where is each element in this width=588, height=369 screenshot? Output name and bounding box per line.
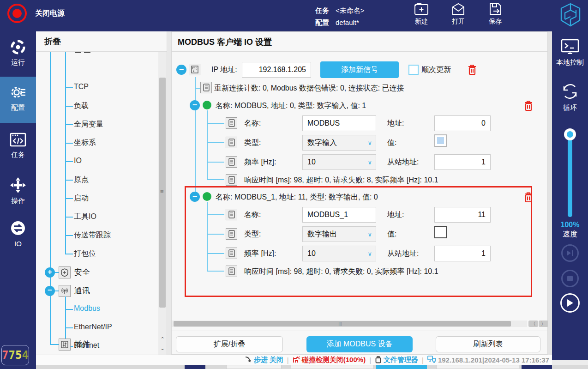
open-label: 打开 — [444, 18, 472, 26]
type-select[interactable]: 数字输入∨ — [302, 135, 376, 151]
horizontal-scrollbar-thumb[interactable] — [174, 321, 511, 327]
collapse-node-signal-2[interactable]: − — [190, 192, 200, 202]
tree-scrollbar-thumb[interactable] — [159, 78, 166, 308]
clipped-block — [185, 365, 205, 369]
doc-icon — [226, 156, 237, 168]
new-label: 新建 — [408, 18, 435, 26]
usb-drive-icon — [375, 356, 382, 365]
shield-icon — [59, 266, 71, 278]
scroll-right-icon[interactable]: 〉 — [539, 321, 548, 327]
frequency-select[interactable]: 10∨ — [302, 246, 376, 261]
speed-slider-track[interactable] — [568, 134, 572, 217]
add-signal-button[interactable]: 添加新信号 — [320, 61, 399, 78]
slave-address-input[interactable] — [434, 154, 491, 170]
scroll-left-icon[interactable]: 〈 — [528, 321, 538, 327]
tree-item-payload[interactable]: 负载 — [74, 101, 89, 111]
collision-status[interactable]: 碰撞检测关闭(100%) — [293, 356, 366, 365]
tree-line — [65, 309, 73, 310]
add-modbus-device-button[interactable]: 添加 MODBUS 设备 — [306, 336, 413, 352]
sidebar-item-io[interactable]: IO — [0, 219, 36, 248]
sequential-update-label: 顺次更新 — [421, 65, 451, 75]
sidebar-item-task[interactable]: 任务 — [0, 132, 36, 159]
tree-item-pack[interactable]: 打包位 — [74, 249, 96, 259]
value-label: 值: — [387, 230, 396, 239]
tree-item-tcp[interactable]: TCP — [74, 83, 89, 91]
brand-logo-icon — [558, 2, 582, 30]
expand-node-safety[interactable]: + — [45, 267, 55, 278]
collision-text: 碰撞检测关闭(100%) — [302, 356, 366, 364]
tree-group-safety[interactable]: 安全 — [74, 267, 90, 278]
play-button[interactable] — [560, 293, 580, 313]
refresh-list-button[interactable]: 刷新列表 — [436, 336, 540, 352]
delete-device-icon[interactable] — [467, 64, 478, 76]
power-off-button[interactable]: 关闭电源 — [7, 4, 65, 23]
tree-item-home[interactable]: 原点 — [74, 175, 89, 185]
delete-signal-icon[interactable] — [523, 100, 534, 112]
collapse-node-comm[interactable]: − — [45, 286, 55, 296]
ip-input[interactable] — [242, 62, 311, 78]
badge-digit: 4 — [22, 349, 28, 362]
tree-item-tool-io[interactable]: 工具IO — [74, 212, 96, 222]
save-button[interactable]: 保存 — [481, 2, 509, 26]
tree-line — [65, 161, 73, 162]
sidebar-item-run[interactable]: 运行 — [0, 39, 36, 67]
new-button[interactable]: 新建 — [408, 2, 435, 26]
tree-item-modbus[interactable]: Modbus — [74, 304, 100, 313]
task-label: 任务 — [315, 5, 329, 17]
tree-item-io[interactable]: IO — [74, 157, 82, 165]
tree-line — [65, 180, 73, 181]
collapse-node-device[interactable]: − — [176, 65, 186, 75]
frequency-label: 频率 [Hz]: — [244, 249, 276, 259]
stop-button[interactable] — [561, 270, 579, 287]
signal-name-input[interactable] — [302, 207, 376, 223]
io-cycle-icon — [0, 219, 36, 237]
value-checkbox[interactable] — [434, 226, 447, 238]
local-control-button[interactable]: 本地控制 — [552, 38, 588, 67]
open-file-icon — [444, 2, 472, 16]
open-button[interactable]: 打开 — [444, 2, 472, 26]
value-checkbox[interactable] — [434, 134, 447, 147]
right-nav-sidebar: 本地控制 循环 100% 速度 — [552, 31, 588, 360]
tree-scrollbar[interactable]: ⌃ ⌄ — [158, 52, 167, 355]
step-forward-button[interactable] — [561, 244, 579, 262]
loop-label: 循环 — [552, 103, 588, 112]
tree-group-comm[interactable]: 通讯 — [74, 285, 90, 296]
file-manager-link[interactable]: 文件管理器 — [375, 356, 418, 365]
collapse-header[interactable]: 折叠 — [36, 31, 167, 52]
collapse-node-signal-1[interactable]: − — [190, 100, 200, 110]
step-mode-status[interactable]: 步进 关闭 — [245, 356, 283, 364]
divider: | — [369, 356, 371, 364]
slave-address-input[interactable] — [434, 246, 491, 261]
tree-item-startup[interactable]: 启动 — [74, 194, 89, 203]
tree-item-global-vars[interactable]: 全局变量 — [74, 120, 103, 129]
chevron-down-icon: ∨ — [367, 139, 372, 146]
tree-item-coord[interactable]: 坐标系 — [74, 138, 96, 148]
expand-collapse-button[interactable]: 扩展/折叠 — [176, 336, 283, 352]
frequency-select[interactable]: 10∨ — [302, 154, 376, 170]
tree-line — [65, 52, 66, 254]
tree-line — [65, 327, 73, 328]
horizontal-scrollbar[interactable] — [172, 321, 527, 327]
sidebar-item-config[interactable]: 配置 — [0, 77, 36, 123]
signal-summary: 名称: MODBUS, 地址: 0, 类型: 数字输入, 值: 1 — [216, 101, 366, 111]
tree-group-plugin[interactable]: 插件 — [74, 339, 90, 350]
sidebar-item-operate[interactable]: 操作 — [0, 176, 36, 206]
loop-button[interactable]: 循环 — [552, 82, 588, 112]
scroll-up-icon[interactable]: ⌃ — [158, 334, 167, 344]
sequential-update-checkbox[interactable] — [408, 65, 419, 75]
scroll-down-icon[interactable]: ⌄ — [158, 344, 167, 353]
tree-item-conveyor[interactable]: 传送带跟踪 — [74, 230, 111, 240]
signal-address-input[interactable] — [434, 115, 491, 131]
signal-name-input[interactable] — [302, 115, 376, 131]
top-bar: 关闭电源 任务<未命名> 配置default* 新建 打开 保存 — [0, 0, 588, 31]
speed-slider-handle[interactable] — [564, 128, 576, 140]
delete-signal-icon[interactable] — [523, 191, 534, 203]
clipped-block — [291, 365, 374, 369]
tree-line — [65, 106, 73, 107]
tree-item-ethernet-ip[interactable]: EtherNet/IP — [74, 323, 112, 331]
tree-line — [207, 179, 224, 180]
tree-line — [65, 235, 73, 236]
doc-icon — [226, 266, 237, 277]
type-select[interactable]: 数字输出∨ — [302, 226, 376, 242]
signal-address-input[interactable] — [434, 207, 491, 223]
